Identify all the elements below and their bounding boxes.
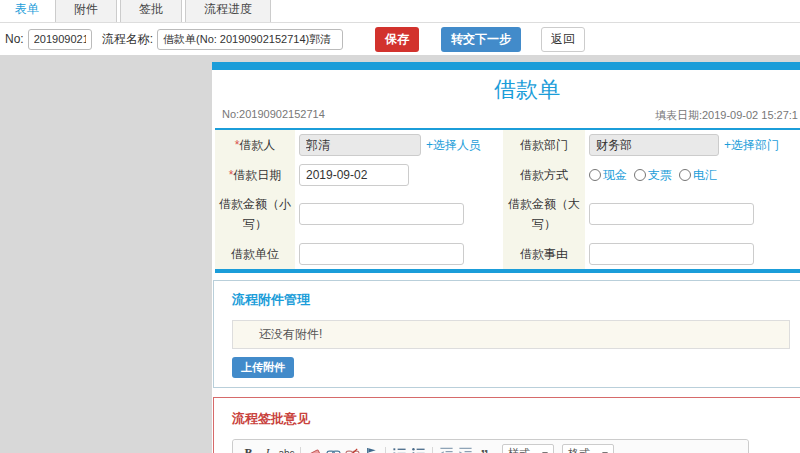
- radio-cash-label[interactable]: 现金: [603, 167, 627, 184]
- select-dept-link[interactable]: +选择部门: [724, 138, 779, 152]
- numbered-list-icon: [392, 446, 407, 453]
- toolbar-separator: [385, 447, 386, 453]
- remove-format-button[interactable]: [306, 445, 323, 453]
- borrow-method-label: 借款方式: [503, 160, 585, 190]
- radio-check[interactable]: [634, 169, 646, 181]
- format-dropdown[interactable]: 格式: [562, 444, 614, 453]
- borrower-label: *借款人: [215, 129, 295, 160]
- attachment-empty-box: 还没有附件!: [232, 320, 790, 349]
- table-row: 借款金额（小写） 借款金额（大写）: [215, 190, 800, 239]
- italic-button[interactable]: I: [259, 445, 276, 453]
- borrow-reason-cell: [585, 239, 800, 271]
- editor-toolbar: B I abc: [233, 440, 748, 453]
- borrow-reason-label: 借款事由: [503, 239, 585, 271]
- bold-button[interactable]: B: [240, 445, 257, 453]
- anchor-button[interactable]: [363, 445, 380, 453]
- indent-icon: [458, 446, 473, 453]
- forward-next-button[interactable]: 转交下一步: [441, 27, 521, 52]
- rich-text-editor: B I abc: [232, 439, 749, 453]
- blockquote-button[interactable]: ”: [476, 445, 493, 453]
- amount-lower-label: 借款金额（小写）: [215, 190, 295, 239]
- document-meta: No:20190902152714 填表日期:2019-09-02 15:27:…: [212, 106, 800, 128]
- tab-progress[interactable]: 流程进度: [185, 0, 271, 22]
- radio-wire-label[interactable]: 电汇: [693, 167, 717, 184]
- document-no: No:20190902152714: [222, 108, 325, 123]
- loan-form-table: *借款人 +选择人员 借款部门 +选择部门 *借款日期 借款方式: [215, 128, 800, 273]
- toolbar-separator: [432, 447, 433, 453]
- borrow-dept-label: 借款部门: [503, 129, 585, 160]
- amount-lower-cell: [295, 190, 503, 239]
- table-row: *借款日期 借款方式 现金 支票 电汇: [215, 160, 800, 190]
- page-background: 借款单 No:20190902152714 填表日期:2019-09-02 15…: [0, 55, 800, 453]
- table-row: 借款单位 借款事由: [215, 239, 800, 271]
- process-name-input[interactable]: [157, 29, 343, 50]
- flag-icon: [364, 446, 379, 453]
- radio-wire[interactable]: [679, 169, 691, 181]
- bulleted-list-icon: [411, 446, 426, 453]
- borrow-date-input[interactable]: [299, 164, 409, 186]
- borrow-method-cell: 现金 支票 电汇: [585, 160, 800, 190]
- radio-cash[interactable]: [589, 169, 601, 181]
- borrow-dept-input[interactable]: [589, 134, 719, 156]
- indent-button[interactable]: [457, 445, 474, 453]
- tab-approval[interactable]: 签批: [120, 0, 182, 22]
- upload-attachment-button[interactable]: 上传附件: [232, 357, 294, 378]
- borrow-unit-cell: [295, 239, 503, 271]
- borrower-input[interactable]: [299, 134, 421, 156]
- link-button[interactable]: [325, 445, 342, 453]
- back-button[interactable]: 返回: [541, 27, 585, 52]
- format-dropdown-label: 格式: [568, 446, 590, 453]
- attachment-section: 流程附件管理 还没有附件! 上传附件: [213, 280, 800, 388]
- amount-lower-input[interactable]: [299, 203, 464, 225]
- approval-section: 流程签批意见 B I abc: [213, 397, 800, 453]
- attachment-section-title: 流程附件管理: [232, 291, 800, 309]
- tab-form[interactable]: 表单: [2, 0, 52, 22]
- tab-attachment[interactable]: 附件: [55, 0, 117, 22]
- no-label: No:: [5, 32, 24, 46]
- bulleted-list-button[interactable]: [410, 445, 427, 453]
- table-row: *借款人 +选择人员 借款部门 +选择部门: [215, 129, 800, 160]
- borrow-date-label-text: 借款日期: [233, 168, 281, 182]
- link-icon: [326, 446, 341, 453]
- tab-bar: 表单 附件 签批 流程进度: [0, 0, 800, 23]
- amount-upper-cell: [585, 190, 800, 239]
- styles-dropdown[interactable]: 样式: [502, 444, 554, 453]
- borrower-label-text: 借款人: [239, 138, 275, 152]
- toolbar-separator: [300, 447, 301, 453]
- process-header-bar: No: 流程名称: 保存 转交下一步 返回: [0, 23, 800, 55]
- unlink-button[interactable]: [344, 445, 361, 453]
- radio-check-label[interactable]: 支票: [648, 167, 672, 184]
- loan-document-panel: 借款单 No:20190902152714 填表日期:2019-09-02 15…: [212, 62, 800, 453]
- process-name-label: 流程名称:: [102, 31, 153, 48]
- no-input[interactable]: [28, 29, 92, 50]
- unlink-icon: [345, 446, 360, 453]
- borrow-reason-input[interactable]: [589, 243, 754, 265]
- styles-dropdown-label: 样式: [508, 446, 530, 453]
- numbered-list-button[interactable]: [391, 445, 408, 453]
- strikethrough-button[interactable]: abc: [278, 445, 295, 453]
- amount-upper-label: 借款金额（大写）: [503, 190, 585, 239]
- outdent-button[interactable]: [438, 445, 455, 453]
- fill-date: 填表日期:2019-09-02 15:27:1: [655, 108, 798, 123]
- amount-upper-input[interactable]: [589, 203, 754, 225]
- borrow-unit-label: 借款单位: [215, 239, 295, 271]
- panel-accent-bar: [212, 62, 800, 70]
- save-button[interactable]: 保存: [375, 27, 419, 52]
- borrower-cell: +选择人员: [295, 129, 503, 160]
- select-person-link[interactable]: +选择人员: [426, 138, 481, 152]
- outdent-icon: [439, 446, 454, 453]
- document-title: 借款单: [212, 70, 800, 106]
- approval-section-title: 流程签批意见: [232, 410, 800, 428]
- borrow-date-cell: [295, 160, 503, 190]
- eraser-icon: [307, 446, 322, 453]
- borrow-date-label: *借款日期: [215, 160, 295, 190]
- borrow-dept-cell: +选择部门: [585, 129, 800, 160]
- borrow-unit-input[interactable]: [299, 243, 464, 265]
